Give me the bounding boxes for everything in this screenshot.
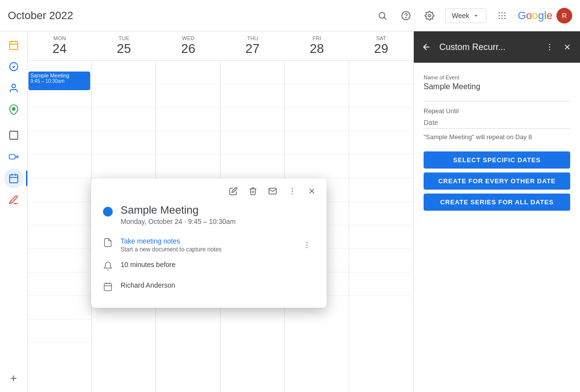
svg-point-13 bbox=[504, 18, 506, 19]
svg-point-0 bbox=[379, 12, 385, 18]
repeat-until-label: Repeat Until bbox=[424, 107, 570, 115]
svg-line-1 bbox=[384, 17, 386, 19]
popup-reminder-row: 10 minutes before bbox=[103, 257, 315, 277]
svg-point-28 bbox=[292, 188, 293, 189]
svg-point-9 bbox=[502, 15, 503, 16]
paint-icon[interactable] bbox=[4, 190, 24, 210]
calendar2-icon[interactable] bbox=[4, 169, 24, 188]
contacts-icon[interactable] bbox=[4, 78, 24, 98]
day-headers: MON 24 TUE 25 WED 26 THU 27 FRI 28 SAT 2… bbox=[27, 31, 413, 61]
svg-rect-22 bbox=[9, 154, 15, 159]
search-button[interactable] bbox=[373, 6, 392, 25]
right-panel-body: Name of Event Sample Meeting Repeat Unti… bbox=[414, 63, 580, 392]
day-col-mon: Sample Meeting 9:45 – 10:30am bbox=[27, 61, 92, 392]
add-button[interactable]: + bbox=[4, 368, 24, 388]
edit-button[interactable] bbox=[225, 182, 242, 200]
notes-icon-popup bbox=[103, 238, 113, 250]
calendar-event[interactable]: Sample Meeting 9:45 – 10:30am bbox=[28, 72, 90, 90]
event-color-dot bbox=[103, 207, 113, 217]
take-meeting-notes-link[interactable]: Take meeting notes bbox=[121, 237, 291, 245]
divider1 bbox=[424, 101, 570, 101]
svg-point-34 bbox=[306, 245, 307, 245]
panel-title: Custom Recurr... bbox=[439, 42, 541, 52]
day-header-thu: THU 27 bbox=[221, 35, 285, 56]
svg-point-20 bbox=[12, 107, 15, 110]
day-header-mon: MON 24 bbox=[27, 35, 92, 56]
svg-point-12 bbox=[502, 18, 503, 19]
date-input[interactable] bbox=[424, 117, 570, 129]
svg-point-5 bbox=[499, 12, 500, 13]
event-name-value: Sample Meeting bbox=[424, 82, 570, 91]
svg-point-41 bbox=[549, 44, 550, 45]
svg-rect-21 bbox=[9, 131, 18, 140]
popup-organizer-row: Richard Anderson bbox=[103, 277, 315, 298]
svg-point-11 bbox=[499, 18, 500, 19]
svg-point-7 bbox=[504, 12, 506, 13]
avatar[interactable]: R bbox=[556, 8, 572, 24]
popup-event-info: Sample Meeting Monday, October 24 · 9:45… bbox=[103, 204, 315, 225]
day-header-tue: TUE 25 bbox=[92, 35, 156, 56]
svg-point-33 bbox=[306, 242, 307, 243]
svg-rect-24 bbox=[9, 175, 18, 183]
panel-close-button[interactable] bbox=[558, 38, 576, 56]
event-name-label: Name of Event bbox=[424, 74, 570, 80]
sidebar-icons: + bbox=[0, 31, 27, 392]
svg-point-35 bbox=[306, 247, 307, 248]
popup-event-title: Sample Meeting bbox=[121, 204, 236, 217]
back-button[interactable] bbox=[418, 38, 435, 56]
settings-button[interactable] bbox=[420, 6, 439, 25]
google-logo: Google bbox=[518, 9, 553, 22]
notes-icon[interactable] bbox=[4, 125, 24, 145]
svg-point-10 bbox=[504, 15, 506, 16]
event-popup: Sample Meeting Monday, October 24 · 9:45… bbox=[91, 178, 327, 308]
day-header-sat: SAT 29 bbox=[349, 35, 413, 56]
maps-icon[interactable] bbox=[4, 100, 24, 120]
svg-marker-23 bbox=[15, 155, 18, 158]
calendar-icon[interactable] bbox=[4, 35, 24, 55]
repeat-info-text: "Sample Meeting" will repeat on Day 8 bbox=[424, 133, 570, 142]
main-header: October 2022 Week bbox=[0, 0, 580, 31]
help-button[interactable] bbox=[396, 6, 416, 25]
svg-point-6 bbox=[502, 12, 503, 13]
tasks-icon[interactable] bbox=[4, 57, 24, 76]
svg-point-29 bbox=[292, 191, 293, 192]
calendar-area: MON 24 TUE 25 WED 26 THU 27 FRI 28 SAT 2… bbox=[27, 31, 413, 392]
organizer-text: Richard Anderson bbox=[121, 281, 175, 289]
popup-notes-row: Take meeting notes Start a new document … bbox=[103, 233, 315, 257]
svg-point-42 bbox=[549, 47, 550, 48]
svg-rect-36 bbox=[104, 283, 112, 291]
create-every-other-date-button[interactable]: CREATE FOR EVERY OTHER DATE bbox=[424, 172, 570, 190]
notes-more-button[interactable] bbox=[299, 237, 315, 253]
email-button[interactable] bbox=[264, 182, 281, 200]
day-header-wed: WED 26 bbox=[156, 35, 220, 56]
header-icon-group bbox=[373, 6, 439, 25]
bell-icon bbox=[103, 261, 113, 273]
week-selector[interactable]: Week bbox=[445, 8, 486, 23]
select-specific-dates-button[interactable]: SELECT SPECIFIC DATES bbox=[424, 151, 570, 169]
panel-more-button[interactable] bbox=[541, 38, 558, 56]
popup-toolbar bbox=[91, 178, 327, 204]
day-header-fri: FRI 28 bbox=[285, 35, 349, 56]
calendar-small-icon bbox=[103, 282, 113, 294]
close-popup-button[interactable] bbox=[303, 182, 321, 200]
svg-point-4 bbox=[429, 14, 431, 17]
svg-point-30 bbox=[292, 193, 293, 194]
meet-icon[interactable] bbox=[4, 147, 24, 167]
create-series-all-dates-button[interactable]: CREATE SERIES FOR ALL DATES bbox=[424, 194, 570, 211]
right-panel: Custom Recurr... Name of Event Sample Me… bbox=[413, 31, 580, 392]
page-title: October 2022 bbox=[8, 9, 73, 22]
right-panel-header: Custom Recurr... bbox=[414, 31, 580, 63]
popup-body: Sample Meeting Monday, October 24 · 9:45… bbox=[91, 204, 327, 308]
svg-rect-14 bbox=[9, 42, 18, 50]
delete-button[interactable] bbox=[244, 182, 262, 200]
apps-button[interactable] bbox=[492, 6, 512, 25]
popup-event-date: Monday, October 24 · 9:45 – 10:30am bbox=[121, 218, 236, 225]
main-layout: + MON 24 TUE 25 WED 26 THU 27 FRI 28 bbox=[0, 31, 580, 392]
svg-point-43 bbox=[549, 49, 550, 50]
more-options-button[interactable] bbox=[283, 182, 301, 200]
svg-point-8 bbox=[499, 15, 500, 16]
svg-point-19 bbox=[12, 84, 15, 88]
reminder-text: 10 minutes before bbox=[121, 261, 176, 269]
notes-sub-text: Start a new document to capture notes bbox=[121, 246, 291, 253]
day-col-sat bbox=[349, 61, 413, 392]
